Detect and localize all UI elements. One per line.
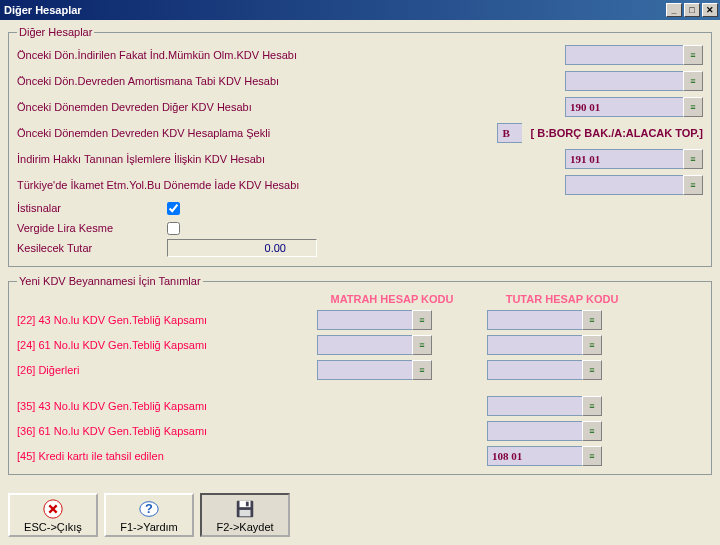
lookup-tutar-2[interactable]: ≡	[582, 360, 602, 380]
grid-label-2: [26] Diğerleri	[17, 364, 297, 376]
lookup-r2[interactable]: ≡	[683, 71, 703, 91]
label-r2: Önceki Dön.Devreden Amortismana Tabi KDV…	[17, 75, 347, 87]
tutar-4[interactable]	[487, 421, 582, 441]
f2-save-button[interactable]: F2->Kaydet	[200, 493, 290, 537]
label-istisnalar: İstisnalar	[17, 202, 167, 214]
lookup-tutar-0[interactable]: ≡	[582, 310, 602, 330]
tutar-0[interactable]	[487, 310, 582, 330]
esc-exit-button[interactable]: ESC->Çıkış	[8, 493, 98, 537]
checkbox-istisnalar[interactable]	[167, 202, 180, 215]
input-r1[interactable]	[565, 45, 683, 65]
grid-label-1: [24] 61 No.lu KDV Gen.Tebliğ Kapsamı	[17, 339, 297, 351]
col-tutar: TUTAR HESAP KODU	[487, 293, 637, 305]
label-vergide: Vergide Lira Kesme	[17, 222, 167, 234]
label-r1: Önceki Dön.İndirilen Fakat İnd.Mümkün Ol…	[17, 49, 347, 61]
tutar-2[interactable]	[487, 360, 582, 380]
label-tutar: Kesilecek Tutar	[17, 242, 167, 254]
grid-label-0: [22] 43 No.lu KDV Gen.Tebliğ Kapsamı	[17, 314, 297, 326]
legend-yeni-kdv: Yeni KDV Beyannamesi İçin Tanımlar	[17, 275, 203, 287]
label-r4: Önceki Dönemden Devreden KDV Hesaplama Ş…	[17, 127, 347, 139]
label-r6: Türkiye'de İkamet Etm.Yol.Bu Dönemde İad…	[17, 179, 347, 191]
f1-help-button[interactable]: ? F1->Yardım	[104, 493, 194, 537]
input-r6[interactable]	[565, 175, 683, 195]
input-r3[interactable]	[565, 97, 683, 117]
input-r4[interactable]	[497, 123, 522, 143]
close-x-icon	[42, 498, 64, 520]
label-r3: Önceki Dönemden Devreden Diğer KDV Hesab…	[17, 101, 347, 113]
f2-label: F2->Kaydet	[216, 521, 273, 533]
svg-text:?: ?	[145, 500, 153, 515]
input-r5[interactable]	[565, 149, 683, 169]
lookup-matrah-2[interactable]: ≡	[412, 360, 432, 380]
minimize-button[interactable]: _	[666, 3, 682, 17]
tutar-3[interactable]	[487, 396, 582, 416]
f1-label: F1->Yardım	[120, 521, 178, 533]
titlebar: Diğer Hesaplar _ □ ✕	[0, 0, 720, 20]
input-r2[interactable]	[565, 71, 683, 91]
tutar-5[interactable]	[487, 446, 582, 466]
lookup-r1[interactable]: ≡	[683, 45, 703, 65]
lookup-tutar-1[interactable]: ≡	[582, 335, 602, 355]
esc-label: ESC->Çıkış	[24, 521, 82, 533]
section-diger-hesaplar: Diğer Hesaplar Önceki Dön.İndirilen Faka…	[8, 26, 712, 267]
lookup-r3[interactable]: ≡	[683, 97, 703, 117]
close-button[interactable]: ✕	[702, 3, 718, 17]
amount-kesilecek: 0.00	[167, 239, 317, 257]
svg-rect-4	[240, 500, 251, 506]
svg-rect-5	[246, 501, 249, 506]
lookup-tutar-5[interactable]: ≡	[582, 446, 602, 466]
lookup-tutar-3[interactable]: ≡	[582, 396, 602, 416]
note-r4: [ B:BORÇ BAK./A:ALACAK TOP.]	[530, 127, 703, 139]
matrah-0[interactable]	[317, 310, 412, 330]
legend-diger-hesaplar: Diğer Hesaplar	[17, 26, 94, 38]
section-yeni-kdv: Yeni KDV Beyannamesi İçin Tanımlar MATRA…	[8, 275, 712, 475]
matrah-1[interactable]	[317, 335, 412, 355]
checkbox-vergide[interactable]	[167, 222, 180, 235]
window-title: Diğer Hesaplar	[4, 4, 664, 16]
lookup-tutar-4[interactable]: ≡	[582, 421, 602, 441]
label-r5: İndirim Hakkı Tanınan İşlemlere İlişkin …	[17, 153, 347, 165]
question-icon: ?	[138, 498, 160, 520]
col-matrah: MATRAH HESAP KODU	[317, 293, 467, 305]
floppy-disk-icon	[234, 498, 256, 520]
lookup-r5[interactable]: ≡	[683, 149, 703, 169]
lookup-matrah-1[interactable]: ≡	[412, 335, 432, 355]
grid-label-3: [35] 43 No.lu KDV Gen.Tebliğ Kapsamı	[17, 400, 297, 412]
client-area: Diğer Hesaplar Önceki Dön.İndirilen Faka…	[0, 20, 720, 487]
button-bar: ESC->Çıkış ? F1->Yardım F2->Kaydet	[0, 487, 720, 543]
grid-label-5: [45] Kredi kartı ile tahsil edilen	[17, 450, 297, 462]
tutar-1[interactable]	[487, 335, 582, 355]
lookup-matrah-0[interactable]: ≡	[412, 310, 432, 330]
grid-label-4: [36] 61 No.lu KDV Gen.Tebliğ Kapsamı	[17, 425, 297, 437]
maximize-button[interactable]: □	[684, 3, 700, 17]
svg-rect-6	[240, 509, 251, 515]
matrah-2[interactable]	[317, 360, 412, 380]
lookup-r6[interactable]: ≡	[683, 175, 703, 195]
